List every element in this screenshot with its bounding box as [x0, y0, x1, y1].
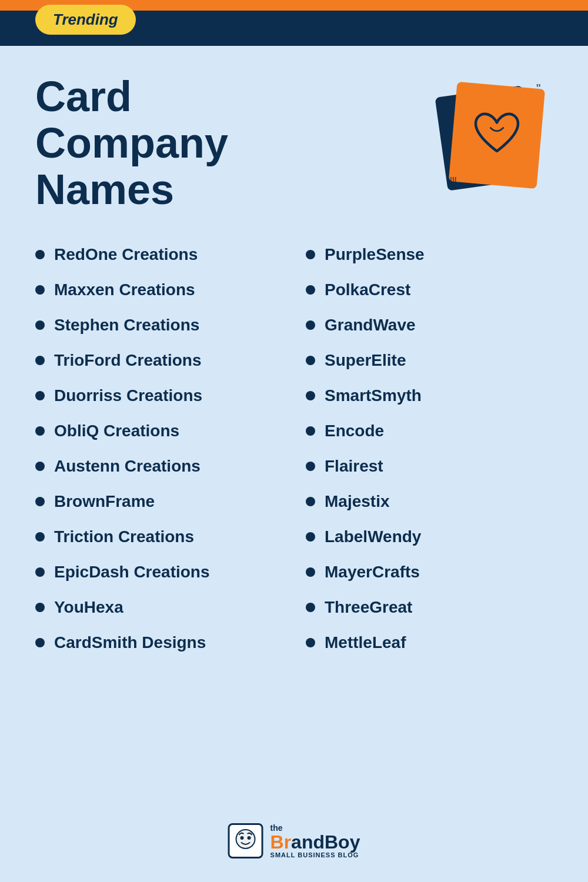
item-label: Stephen Creations: [54, 316, 199, 335]
right-list-item: ThreeGreat: [306, 590, 553, 625]
svg-point-1: [236, 830, 255, 848]
item-label: Majestix: [325, 492, 390, 511]
right-list-item: GrandWave: [306, 308, 553, 343]
item-label: YouHexa: [54, 598, 123, 617]
bullet-dot: [35, 532, 45, 542]
bullet-dot: [306, 356, 315, 365]
svg-point-2: [240, 836, 244, 840]
bullet-dot: [306, 320, 315, 330]
brand-boy-logo-icon: [228, 823, 263, 858]
right-list-item: MayerCrafts: [306, 554, 553, 590]
item-label: BrownFrame: [54, 492, 155, 511]
left-list-item: CardSmith Designs: [35, 625, 282, 660]
right-list-item: LabelWendy: [306, 519, 553, 554]
right-list-item: Flairest: [306, 449, 553, 484]
logo-brand: Brand: [270, 833, 325, 851]
item-label: Flairest: [325, 457, 383, 476]
bullet-dot: [35, 356, 45, 365]
item-label: SmartSmyth: [325, 386, 422, 405]
logo-boy: Boy: [325, 833, 360, 851]
card-front: [449, 82, 545, 189]
trending-badge: Trending: [35, 5, 136, 35]
right-list-item: PolkaCrest: [306, 272, 553, 308]
bullet-dot: [35, 285, 45, 295]
main-content: Card Company Names " ||| RedOne Creation…: [0, 56, 588, 696]
left-list-item: RedOne Creations: [35, 237, 282, 272]
item-label: Austenn Creations: [54, 457, 201, 476]
left-list-item: Duorriss Creations: [35, 378, 282, 413]
item-label: SuperElite: [325, 351, 406, 370]
bullet-dot: [306, 391, 315, 400]
bullet-dot: [306, 285, 315, 295]
bullet-dot: [306, 426, 315, 436]
item-label: GrandWave: [325, 316, 416, 335]
bullet-dot: [306, 462, 315, 471]
left-list-item: EpicDash Creations: [35, 554, 282, 590]
logo-text: the Brand Boy SMALL BUSINESS BLOG: [270, 823, 360, 858]
bullet-dot: [306, 250, 315, 259]
left-list-item: ObliQ Creations: [35, 413, 282, 449]
title-section: Card Company Names " |||: [35, 74, 553, 213]
item-label: MayerCrafts: [325, 563, 420, 582]
bullet-dot: [35, 603, 45, 612]
item-label: RedOne Creations: [54, 245, 198, 264]
left-list-item: Maxxen Creations: [35, 272, 282, 308]
bullet-dot: [35, 462, 45, 471]
left-list-item: YouHexa: [35, 590, 282, 625]
item-label: MettleLeaf: [325, 633, 406, 652]
item-label: EpicDash Creations: [54, 563, 210, 582]
item-label: ObliQ Creations: [54, 422, 179, 440]
bullet-dot: [35, 250, 45, 259]
logo-sub: SMALL BUSINESS BLOG: [270, 851, 359, 858]
item-label: Maxxen Creations: [54, 280, 195, 299]
bullet-dot: [306, 497, 315, 506]
bullet-dot: [306, 638, 315, 647]
bullet-dot: [306, 567, 315, 577]
right-list-item: SmartSmyth: [306, 378, 553, 413]
left-list-item: TrioFord Creations: [35, 343, 282, 378]
trending-label: Trending: [53, 11, 118, 28]
right-list-item: Majestix: [306, 484, 553, 519]
item-label: TrioFord Creations: [54, 351, 201, 370]
lists-container: RedOne Creations Maxxen Creations Stephe…: [35, 237, 553, 660]
right-list-item: MettleLeaf: [306, 625, 553, 660]
item-label: Encode: [325, 422, 384, 440]
item-label: PolkaCrest: [325, 280, 410, 299]
footer: the Brand Boy SMALL BUSINESS BLOG: [228, 823, 360, 858]
item-label: LabelWendy: [325, 527, 421, 546]
bullet-dot: [35, 426, 45, 436]
bullet-dot: [306, 603, 315, 612]
card-illustration: " |||: [435, 79, 553, 197]
logo-face-svg: [231, 826, 260, 856]
heart-icon: [470, 109, 523, 162]
item-label: PurpleSense: [325, 245, 425, 264]
svg-point-3: [248, 836, 251, 840]
bullet-dot: [35, 567, 45, 577]
item-label: ThreeGreat: [325, 598, 412, 617]
left-list-item: Austenn Creations: [35, 449, 282, 484]
page-title: Card Company Names: [35, 74, 329, 213]
left-list-item: Stephen Creations: [35, 308, 282, 343]
right-list-item: Encode: [306, 413, 553, 449]
bullet-dot: [35, 391, 45, 400]
bullet-dot: [35, 497, 45, 506]
left-list-item: BrownFrame: [35, 484, 282, 519]
item-label: Triction Creations: [54, 527, 194, 546]
left-list-item: Triction Creations: [35, 519, 282, 554]
item-label: Duorriss Creations: [54, 386, 202, 405]
bullet-dot: [35, 638, 45, 647]
left-list: RedOne Creations Maxxen Creations Stephe…: [35, 237, 282, 660]
bullet-dot: [306, 532, 315, 542]
bullet-dot: [35, 320, 45, 330]
right-list-item: SuperElite: [306, 343, 553, 378]
right-list-item: PurpleSense: [306, 237, 553, 272]
right-list: PurpleSense PolkaCrest GrandWave SuperEl…: [306, 237, 553, 660]
item-label: CardSmith Designs: [54, 633, 206, 652]
